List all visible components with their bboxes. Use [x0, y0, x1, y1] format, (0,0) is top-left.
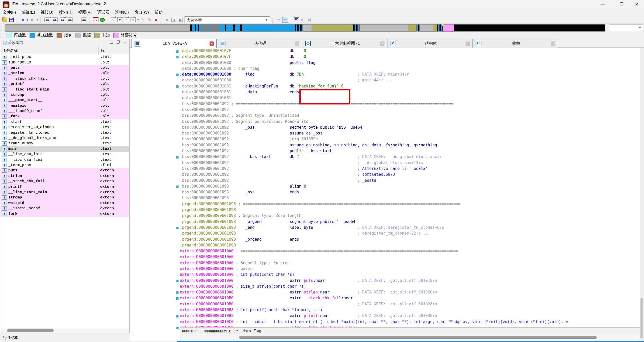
listing-line[interactable]: extern:00000000006010A0 ; extern	[130, 266, 640, 272]
listing-line[interactable]: .bss:0000000000601092 ; Segment permissi…	[130, 119, 640, 125]
listing-line[interactable]: .prgend:0000000000601098 _prgend segment…	[130, 219, 640, 225]
tab-十六进制视图-1[interactable]: 十六进制视图-1✕	[302, 39, 387, 48]
table-row[interactable]: f__libc_csu_init.text	[0, 152, 129, 157]
listing-line[interactable]: .data:0000000000601080 ; main+44↑r ...	[130, 77, 640, 83]
create-function-button[interactable]	[99, 17, 106, 23]
table-row[interactable]: fregister_tm_clones.text	[0, 130, 129, 135]
table-row[interactable]: fderegister_tm_clones.text	[0, 125, 129, 130]
table-row[interactable]: f__libc_start_mainextern	[0, 190, 129, 195]
listing-line[interactable]: .bss:0000000000601093	[130, 195, 640, 201]
table-row[interactable]: f_init_proc.init	[0, 54, 129, 60]
make-array-button[interactable]: S	[130, 17, 136, 23]
listing-line[interactable]: extern:00000000006010A8 extrn strlen:nea…	[130, 289, 640, 295]
table-row[interactable]: f_fork.plt	[0, 114, 129, 119]
table-row[interactable]: f_puts.plt	[0, 65, 129, 71]
table-row[interactable]: f_waitpid.plt	[0, 103, 129, 108]
pause-process-button[interactable]	[170, 17, 177, 23]
tab-伪代码[interactable]: 伪代码✕	[217, 39, 302, 48]
tab-close-icon[interactable]: ✕	[295, 41, 299, 46]
disassembly-vscrollbar[interactable]	[640, 48, 644, 340]
table-row[interactable]: fforkextern	[0, 211, 129, 216]
listing-line[interactable]: .bss:0000000000601092 public __bss_start	[130, 148, 640, 154]
listing-line[interactable]: .bss:0000000000601092 assume cs:_bss	[130, 130, 640, 136]
functions-panel-header[interactable]: f 函数窗口 ×	[0, 39, 129, 47]
navigate-forward-button[interactable]: ▶	[29, 17, 36, 23]
listing-line[interactable]: extern:00000000006010A0 ; int puts(const…	[130, 272, 640, 278]
forward-history-dropdown[interactable]: ▾	[36, 17, 39, 23]
table-row[interactable]: f_strcmp.plt	[0, 92, 129, 98]
menu-item-6[interactable]: 选项(O)	[112, 9, 132, 16]
table-row[interactable]: fwaitpidextern	[0, 200, 129, 206]
listing-line[interactable]: extern:00000000006010A8 ; size_t strlen(…	[130, 284, 640, 289]
jump-name-icon[interactable]	[80, 17, 88, 23]
search-binary-icon[interactable]: 101	[59, 17, 66, 23]
listing-line[interactable]: extern:00000000006010A0	[130, 254, 640, 260]
listing-line[interactable]: .prgend:0000000000601098	[130, 207, 640, 213]
menu-item-3[interactable]: 搜索(H)	[56, 9, 75, 16]
listing-line[interactable]: extern:00000000006010B0 ; DATA XREF: .go…	[130, 301, 640, 307]
table-row[interactable]: f_strlen.plt	[0, 71, 129, 76]
listing-line[interactable]: extern:00000000006010C0 ; int __cdecl __…	[130, 319, 640, 325]
column-header-segment[interactable]: 段	[99, 47, 129, 54]
listing-line[interactable]: .bss:0000000000601092 ; Segment type: Un…	[130, 113, 640, 119]
listing-line[interactable]: .bss:0000000000601092 ; completed.6973	[130, 172, 640, 177]
table-row[interactable]: f__libc_csu_fini.text	[0, 157, 129, 162]
edit-comment-button[interactable]: ✎	[146, 17, 153, 23]
listing-line[interactable]: .bss:0000000000601092 _bss segment byte …	[130, 125, 640, 130]
menu-item-5[interactable]: 调试器	[94, 9, 112, 16]
listing-line[interactable]: .bss:0000000000601092 ; ================…	[130, 101, 640, 107]
run-until-return-button[interactable]: ↪	[282, 17, 289, 23]
listing-line[interactable]: .data:0000000000601081	[130, 95, 640, 101]
start-process-button[interactable]: ▶	[164, 17, 170, 23]
listing-line[interactable]: .prgend:0000000000601098 ; =============…	[130, 201, 640, 207]
panel-restore-button[interactable]	[115, 40, 120, 45]
listing-line[interactable]: .data:0000000000601081 _data ends	[130, 89, 640, 95]
search-immediate-icon[interactable]: #	[43, 17, 51, 23]
undefine-button[interactable]: X	[153, 17, 159, 23]
table-row[interactable]: f__isoc99_scanfextern	[0, 206, 129, 211]
listing-line[interactable]: .prgend:0000000000601098 _prgend ends	[130, 237, 640, 242]
create-string-button[interactable]: A	[92, 17, 99, 23]
listing-line[interactable]: .bss:0000000000601093 _bss ends	[130, 189, 640, 195]
menu-item-4[interactable]: 视图(V)	[75, 9, 94, 16]
listing-line[interactable]: extern:00000000006010B0 extrn __stack_ch…	[130, 295, 640, 301]
listing-line[interactable]: .data:0000000000601080 public flag	[130, 60, 640, 66]
band-zoom-select[interactable]: ▼	[609, 24, 643, 31]
make-dropdown[interactable]: ▾	[136, 17, 140, 23]
table-row[interactable]: fsub_4005E0.plt	[0, 60, 129, 65]
search-again-icon[interactable]	[66, 17, 74, 23]
listing-line[interactable]: extern:00000000006010A0 ; Segment type: …	[130, 260, 640, 266]
listing-line[interactable]: .bss:0000000000601093 align 8	[130, 184, 640, 189]
listing-line[interactable]: .bss:0000000000601092 ; Alternative name…	[130, 166, 640, 172]
make-data-button[interactable]: D	[117, 17, 123, 23]
search-text-icon[interactable]: T	[51, 17, 59, 23]
menu-item-8[interactable]: 帮助	[152, 9, 165, 16]
table-row[interactable]: f__stack_chk_failextern	[0, 179, 129, 184]
stop-process-button[interactable]	[177, 17, 184, 23]
table-row[interactable]: fstrcmpextern	[0, 195, 129, 200]
table-row[interactable]: f___isoc99_scanf.plt	[0, 108, 129, 114]
disassembly-view[interactable]: .data:000000000060107E db 0.data:0000000…	[130, 48, 640, 341]
listing-line[interactable]: .prgend:0000000000601098	[130, 242, 640, 248]
legend-drag-handle[interactable]	[1, 33, 4, 38]
table-row[interactable]: f_printf.plt	[0, 81, 129, 87]
tab-IDA View-A[interactable]: IDA View-A✕	[131, 39, 217, 48]
listing-line[interactable]: .bss:0000000000601092 ;org 601092h	[130, 136, 640, 142]
make-string-button[interactable]: A	[123, 17, 130, 23]
open-file-button[interactable]	[2, 17, 8, 23]
listing-line[interactable]: .data:000000000060107F db 0	[130, 54, 640, 60]
disassembly-vscrollbar-thumb[interactable]	[640, 298, 643, 338]
table-row[interactable]: f___libc_start_main.plt	[0, 87, 129, 92]
column-header-name[interactable]: 函数名称	[0, 47, 99, 54]
table-row[interactable]: fmain.text	[0, 146, 129, 152]
navigation-band[interactable]	[5, 24, 605, 32]
tab-枚举[interactable]: 枚举✕	[473, 39, 558, 48]
listing-line[interactable]: .data:0000000000601080 ; char flag	[130, 66, 640, 72]
tab-close-icon[interactable]: ✕	[551, 41, 555, 46]
attach-process-button[interactable]: ⇥	[275, 17, 282, 23]
table-row[interactable]: f_start.text	[0, 119, 129, 125]
listing-line[interactable]: .bss:0000000000601092 assume es:nothing,…	[130, 142, 640, 148]
panel-float-button[interactable]	[109, 40, 114, 45]
minimize-button[interactable]: —	[595, 0, 611, 9]
listing-line[interactable]: extern:00000000006010A0 extrn puts:near …	[130, 278, 640, 284]
